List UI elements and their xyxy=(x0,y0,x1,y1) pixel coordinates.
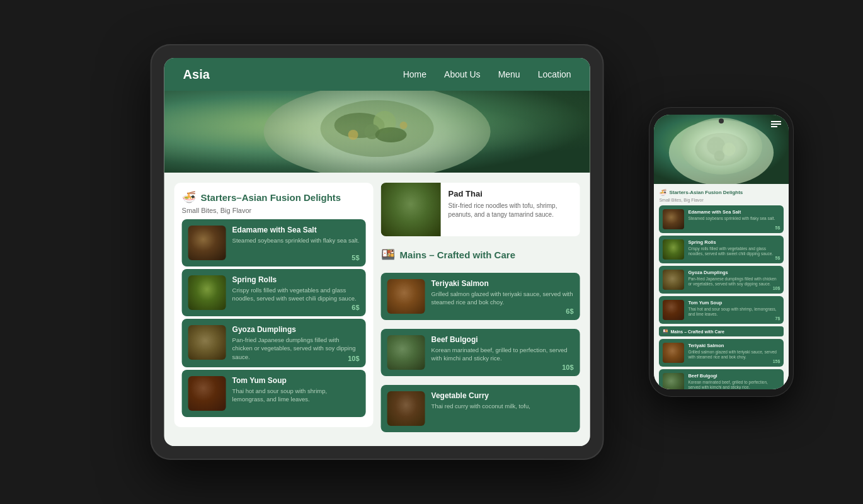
phone-teriyaki-info: Teriyaki Salmon Grilled salmon glazed wi… xyxy=(688,343,780,360)
bulgogi-info: Beef Bulgogi Korean marinated beef, gril… xyxy=(432,335,574,363)
phone-mains-title: Mains – Crafted with Care xyxy=(670,329,724,334)
phone-item-springrolls[interactable]: Spring Rolls Crispy rolls filled with ve… xyxy=(659,236,784,263)
phone-springrolls-desc: Crispy rolls filled with vegetables and … xyxy=(688,246,780,257)
bulgogi-price: 10$ xyxy=(562,364,573,371)
right-column: Pad Thai Stir-fried rice noodles with to… xyxy=(381,183,580,436)
phone-hero xyxy=(654,115,789,184)
tomyum-desc: Thai hot and sour soup with shrimp, lemo… xyxy=(232,387,360,404)
tomyum-name: Tom Yum Soup xyxy=(232,376,360,385)
edamame-price: 5$ xyxy=(351,254,359,261)
curry-image xyxy=(387,391,425,426)
phone-bulgogi-name: Beef Bulgogi xyxy=(688,373,780,379)
phone-tomyum-price: 7$ xyxy=(775,316,780,321)
springrolls-name: Spring Rolls xyxy=(232,275,360,284)
tomyum-info: Tom Yum Soup Thai hot and sour soup with… xyxy=(232,376,360,404)
phone-starters-subtitle: Small Bites, Big Flavor xyxy=(659,198,784,202)
phone-edamame-info: Edamame with Sea Salt Steamed soybeans s… xyxy=(688,209,780,221)
starters-header: 🍜 Starters–Asian Fusion Delights xyxy=(182,190,366,204)
teriyaki-image xyxy=(387,279,425,314)
phone-gyoza-img xyxy=(663,270,684,290)
tablet-nav: Asia Home About Us Menu Location xyxy=(164,58,590,91)
phone-camera xyxy=(719,118,724,123)
phone-springrolls-img xyxy=(663,239,684,260)
bulgogi-image xyxy=(387,335,425,370)
phone-item-edamame[interactable]: Edamame with Sea Salt Steamed soybeans s… xyxy=(659,205,784,233)
edamame-name: Edamame with Sea Salt xyxy=(232,226,360,234)
phone-item-teriyaki[interactable]: Teriyaki Salmon Grilled salmon glazed wi… xyxy=(659,339,784,367)
springrolls-info: Spring Rolls Crispy rolls filled with ve… xyxy=(232,275,360,303)
phone-teriyaki-price: 15$ xyxy=(773,359,780,364)
gyoza-desc: Pan-fried Japanese dumplings filled with… xyxy=(232,336,360,361)
scene: Asia Home About Us Menu Location xyxy=(0,0,863,504)
curry-info: Vegetable Curry Thai red curry with coco… xyxy=(432,391,574,410)
phone-teriyaki-name: Teriyaki Salmon xyxy=(688,343,780,348)
gyoza-image xyxy=(188,325,226,360)
nav-logo: Asia xyxy=(183,67,210,82)
hamburger-icon[interactable] xyxy=(771,121,781,127)
phone-item-gyoza[interactable]: Gyoza Dumplings Pan-fried Japanese dumpl… xyxy=(659,266,784,294)
phone-bulgogi-desc: Korean marinated beef, grilled to perfec… xyxy=(688,380,780,389)
gyoza-price: 10$ xyxy=(348,355,359,362)
phone-tomyum-name: Tom Yum Soup xyxy=(688,300,780,306)
menu-item-springrolls[interactable]: Spring Rolls Crispy rolls filled with ve… xyxy=(182,269,366,316)
phone-teriyaki-img xyxy=(663,343,684,363)
mains-header: 🍱 Mains – Crafted with Care xyxy=(381,248,580,261)
starters-icon: 🍜 xyxy=(182,190,196,204)
nav-location[interactable]: Location xyxy=(538,69,571,79)
phone-starters-title: Starters-Asian Fusion Delights xyxy=(669,190,743,195)
pad-thai-image xyxy=(381,183,441,236)
bulgogi-name: Beef Bulgogi xyxy=(432,335,574,344)
phone-gyoza-price: 10$ xyxy=(773,286,780,290)
phone-teriyaki-desc: Grilled salmon glazed with teriyaki sauc… xyxy=(688,350,780,360)
menu-item-curry[interactable]: Vegetable Curry Thai red curry with coco… xyxy=(381,385,580,432)
nav-links: Home About Us Menu Location xyxy=(403,69,571,79)
tablet-screen: Asia Home About Us Menu Location xyxy=(164,58,590,446)
phone-edamame-img xyxy=(663,209,684,229)
pad-thai-name: Pad Thai xyxy=(449,189,573,198)
phone-tomyum-info: Tom Yum Soup Thai hot and sour soup with… xyxy=(688,300,780,318)
phone-hero-plate xyxy=(680,118,762,175)
phone-tomyum-desc: Thai hot and sour soup with shrimp, lemo… xyxy=(688,307,780,318)
tablet-hero xyxy=(164,91,590,173)
nav-about[interactable]: About Us xyxy=(444,69,481,79)
springrolls-desc: Crispy rolls filled with vegetables and … xyxy=(232,286,360,303)
phone-bulgogi-img xyxy=(663,373,684,389)
pad-thai-info: Pad Thai Stir-fried rice noodles with to… xyxy=(441,183,580,236)
phone-screen: 🍜 Starters-Asian Fusion Delights Small B… xyxy=(654,115,789,389)
menu-item-gyoza[interactable]: Gyoza Dumplings Pan-fried Japanese dumpl… xyxy=(182,319,366,367)
menu-item-bulgogi[interactable]: Beef Bulgogi Korean marinated beef, gril… xyxy=(381,329,580,376)
tablet-content: 🍜 Starters–Asian Fusion Delights Small B… xyxy=(164,173,590,446)
teriyaki-info: Teriyaki Salmon Grilled salmon glazed wi… xyxy=(432,279,574,307)
phone-menu-button[interactable] xyxy=(771,121,781,127)
nav-home[interactable]: Home xyxy=(403,69,426,79)
phone-edamame-price: 5$ xyxy=(775,226,780,230)
mains-title: Mains – Crafted with Care xyxy=(400,249,515,260)
phone-content: 🍜 Starters-Asian Fusion Delights Small B… xyxy=(654,184,789,389)
phone-edamame-desc: Steamed soybeans sprinkled with flaky se… xyxy=(688,216,780,221)
edamame-image xyxy=(188,226,226,260)
phone-mains-icon: 🍱 xyxy=(663,329,668,334)
menu-item-tomyum[interactable]: Tom Yum Soup Thai hot and sour soup with… xyxy=(182,370,366,417)
phone-starters-header: 🍜 Starters-Asian Fusion Delights xyxy=(659,189,784,196)
hero-overlay xyxy=(164,91,590,173)
menu-item-teriyaki[interactable]: Teriyaki Salmon Grilled salmon glazed wi… xyxy=(381,273,580,320)
tablet-device: Asia Home About Us Menu Location xyxy=(151,44,604,460)
menu-item-edamame[interactable]: Edamame with Sea Salt Steamed soybeans s… xyxy=(182,219,366,266)
phone-gyoza-name: Gyoza Dumplings xyxy=(688,270,780,275)
phone-gyoza-desc: Pan-fried Japanese dumplings filled with… xyxy=(688,277,780,287)
gyoza-name: Gyoza Dumplings xyxy=(232,325,360,334)
phone-item-tomyum[interactable]: Tom Yum Soup Thai hot and sour soup with… xyxy=(659,296,784,324)
pad-thai-card[interactable]: Pad Thai Stir-fried rice noodles with to… xyxy=(381,183,580,236)
nav-menu[interactable]: Menu xyxy=(498,69,520,79)
phone-edamame-name: Edamame with Sea Salt xyxy=(688,209,780,215)
phone-item-bulgogi[interactable]: Beef Bulgogi Korean marinated beef, gril… xyxy=(659,369,784,389)
curry-name: Vegetable Curry xyxy=(432,391,574,400)
gyoza-info: Gyoza Dumplings Pan-fried Japanese dumpl… xyxy=(232,325,360,361)
phone-tomyum-img xyxy=(663,300,684,320)
phone-springrolls-info: Spring Rolls Crispy rolls filled with ve… xyxy=(688,239,780,257)
tomyum-image xyxy=(188,376,226,411)
pad-thai-desc: Stir-fried rice noodles with tofu, shrim… xyxy=(449,202,573,219)
starters-subtitle: Small Bites, Big Flavor xyxy=(182,207,366,214)
phone-bulgogi-info: Beef Bulgogi Korean marinated beef, gril… xyxy=(688,373,780,389)
phone-starters-icon: 🍜 xyxy=(659,189,666,196)
